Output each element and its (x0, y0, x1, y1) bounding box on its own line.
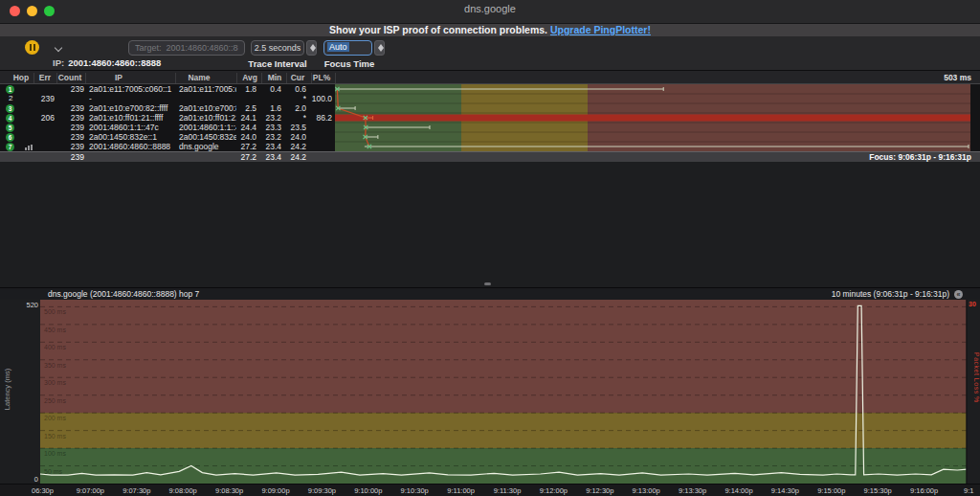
time-tick-label: 9:08:00p (169, 486, 197, 495)
cell-avg: 2.5 (232, 103, 256, 113)
column-header-ip[interactable]: IP (115, 73, 122, 82)
time-tick-label: 9:07:00p (77, 486, 104, 495)
column-separator (261, 73, 262, 83)
cell-count: 239 (56, 103, 84, 113)
svg-text:400 ms: 400 ms (44, 344, 66, 350)
ip-line: IP:2001:4860:4860::8888 (53, 57, 161, 68)
cell-min: 1.6 (256, 103, 281, 113)
timeline-title: dns.google (2001:4860:4860::8888) hop 7 (48, 288, 199, 300)
target-input[interactable] (128, 40, 245, 56)
trace-interval-field[interactable]: 2.5 seconds (251, 40, 304, 56)
cell-min: 23.3 (256, 123, 281, 132)
column-header-avg[interactable]: Avg (242, 73, 257, 82)
hop-number-badge: 6 (6, 133, 14, 142)
hop-table-header: 503 ms HopErrCountIPNameAvgMinCurPL% (0, 70, 980, 84)
time-tick-label: 9:09:00p (261, 486, 289, 495)
banner-text: Show your ISP proof of connection proble… (329, 24, 547, 35)
svg-text:50 ms: 50 ms (44, 468, 63, 475)
time-tick-label: 9:12:00p (540, 486, 568, 495)
cell-min: 23.2 (256, 132, 281, 142)
cell-count: 239 (56, 84, 84, 94)
table-row[interactable]: 2239-*100.0 (0, 94, 335, 103)
cell-name: 2a01:e11:7005:c060::1 (179, 84, 236, 94)
focus-time-stepper[interactable] (374, 40, 385, 56)
pause-icon (33, 44, 35, 51)
timeline-ymin-label: 0 (27, 475, 38, 484)
column-separator (311, 73, 312, 83)
column-header-pl[interactable]: PL% (313, 73, 330, 82)
cell-count: 239 (56, 113, 84, 123)
stepper-down-icon[interactable] (310, 48, 316, 52)
focus-time-value: Auto (327, 42, 349, 52)
cell-avg: 27.2 (232, 142, 256, 151)
table-row[interactable]: 52392001:4860:1:1::47c2001:4860:1:1::47c… (0, 123, 335, 132)
trace-interval-stepper[interactable] (306, 40, 317, 56)
table-row[interactable]: 12392a01:e11:7005:c060::12a01:e11:7005:c… (0, 84, 335, 94)
timeline-plot[interactable]: 50 ms100 ms150 ms200 ms250 ms300 ms350 m… (0, 300, 980, 484)
column-separator (286, 73, 287, 83)
expander-icon[interactable]: « (954, 290, 963, 299)
hop-latency-graph[interactable] (335, 84, 970, 151)
time-tick-label: 9:10:00p (354, 486, 382, 495)
column-separator (56, 73, 57, 83)
titlebar: dns.google (0, 0, 980, 24)
ip-value: 2001:4860:4860::8888 (68, 57, 161, 68)
time-tick-label: 9:09:30p (308, 486, 336, 495)
pause-button[interactable] (25, 40, 39, 55)
svg-text:150 ms: 150 ms (44, 433, 66, 440)
cell-ip: 2a01:e10:e700:82::ffff (89, 103, 175, 113)
timeline-ymax-label: 520 (15, 301, 38, 309)
packet-loss-axis-label: Packet Loss % (969, 352, 980, 403)
cell-ip: 2a01:e11:7005:c060::1 (89, 84, 175, 94)
time-tick-label: 9:08:30p (215, 486, 243, 495)
cell-avg: 24.4 (232, 123, 256, 132)
hop-number-badge: 7 (6, 143, 14, 151)
cell-min: 23.4 (256, 142, 281, 151)
cell-name: 2a01:e10:ff01:21::ffff (179, 113, 236, 123)
time-tick-label: 9:16:00p (910, 486, 938, 495)
cell-count: 239 (56, 132, 84, 142)
time-tick-label: 9:14:30p (771, 486, 799, 495)
packet-loss-max-label: 30 (969, 301, 976, 307)
cell-min: 0.4 (256, 84, 281, 94)
column-header-cur[interactable]: Cur (291, 73, 305, 82)
column-separator (85, 73, 86, 83)
table-row[interactable]: 62392a00:1450:832e::12a00:1450:832e::124… (0, 132, 335, 142)
column-header-count[interactable]: Count (58, 73, 82, 82)
column-header-name[interactable]: Name (188, 73, 210, 82)
column-header-hop[interactable]: Hop (13, 73, 30, 82)
table-row[interactable]: 72392001:4860:4860::8888dns.google27.223… (0, 142, 335, 151)
cell-err: 239 (29, 94, 55, 103)
hop-number-badge: 3 (6, 104, 14, 113)
column-separator (335, 73, 336, 83)
svg-text:350 ms: 350 ms (44, 362, 66, 369)
cell-name: 2a00:1450:832e::1 (179, 132, 236, 142)
table-row[interactable]: 32392a01:e10:e700:82::ffff2a01:e10:e700:… (0, 103, 335, 113)
upgrade-link[interactable]: Upgrade PingPlotter! (550, 24, 651, 35)
cell-ip: 2001:4860:4860::8888 (89, 142, 175, 151)
window-title: dns.google (0, 3, 980, 14)
time-axis: 06:30p9:07:00p9:07:30p9:08:00p9:08:30p9:… (0, 484, 980, 496)
time-tick-label: 9:1 (964, 486, 973, 495)
graph-shown-icon (25, 145, 33, 150)
focus-time-field[interactable]: Auto (323, 40, 372, 56)
time-tick-label: 9:15:00p (817, 486, 845, 495)
column-header-min[interactable]: Min (268, 73, 282, 82)
ip-label: IP: (53, 57, 64, 68)
time-tick-label: 9:15:30p (864, 486, 892, 495)
summary-min: 23.4 (256, 152, 281, 162)
stepper-down-icon[interactable] (378, 48, 384, 52)
pingplotter-window: dns.google Show your ISP proof of connec… (0, 0, 980, 496)
cell-ip: 2001:4860:1:1::47c (89, 123, 175, 132)
upgrade-banner: Show your ISP proof of connection proble… (0, 24, 980, 36)
cell-err: 206 (29, 113, 55, 123)
table-row[interactable]: 42062392a01:e10:ff01:21::ffff2a01:e10:ff… (0, 113, 335, 123)
time-tick-label: 9:12:30p (586, 486, 613, 495)
cell-ip: 2a00:1450:832e::1 (89, 132, 175, 142)
cell-cur: * (281, 113, 306, 123)
splitter-handle[interactable] (484, 282, 491, 285)
column-header-err[interactable]: Err (39, 73, 51, 82)
summary-cur: 24.2 (281, 152, 306, 162)
svg-text:300 ms: 300 ms (44, 379, 66, 386)
chevron-down-icon[interactable] (55, 44, 62, 52)
